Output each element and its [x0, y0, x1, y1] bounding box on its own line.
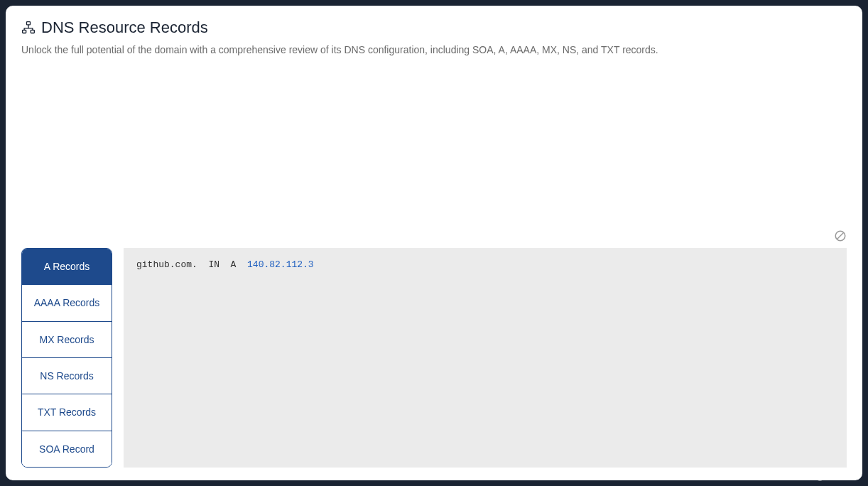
tab-a-records[interactable]: A Records [22, 249, 112, 285]
svg-rect-2 [31, 30, 34, 33]
title-row: DNS Resource Records [21, 18, 847, 37]
page-subtitle: Unlock the full potential of the domain … [21, 43, 847, 58]
block-icon[interactable] [834, 230, 847, 242]
tab-txt-records[interactable]: TXT Records [22, 394, 112, 431]
record-output-panel: github.com. IN A 140.82.112.3 [124, 248, 847, 468]
tab-aaaa-records[interactable]: AAAA Records [22, 285, 112, 321]
record-ip: 140.82.112.3 [247, 259, 314, 270]
svg-rect-1 [23, 30, 26, 33]
content-row: A Records AAAA Records MX Records NS Rec… [21, 248, 847, 468]
tab-mx-records[interactable]: MX Records [22, 322, 112, 358]
record-prefix: github.com. IN A [136, 259, 247, 270]
card-header: DNS Resource Records Unlock the full pot… [21, 18, 847, 58]
svg-line-4 [837, 233, 844, 239]
ad-spacer [21, 63, 847, 248]
svg-rect-0 [27, 22, 31, 25]
record-type-tabs: A Records AAAA Records MX Records NS Rec… [21, 248, 112, 468]
tab-soa-record[interactable]: SOA Record [22, 431, 112, 467]
record-line: github.com. IN A 140.82.112.3 [136, 259, 834, 270]
dns-card: DNS Resource Records Unlock the full pot… [6, 6, 862, 480]
page-title: DNS Resource Records [41, 18, 208, 37]
tab-ns-records[interactable]: NS Records [22, 358, 112, 394]
sitemap-icon [21, 21, 36, 35]
